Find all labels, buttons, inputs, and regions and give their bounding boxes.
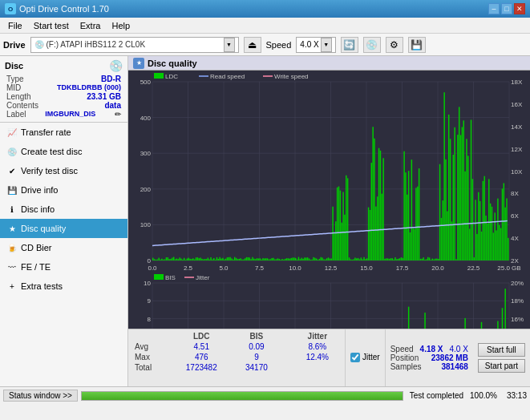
verify-test-disc-icon: ✔ <box>6 165 18 176</box>
nav-disc-quality-label: Disc quality <box>21 224 66 233</box>
max-ldc: 476 <box>170 352 233 362</box>
disc-quality-title: Disc quality <box>148 59 197 68</box>
disc-contents-value: data <box>104 101 121 110</box>
ldc-chart <box>128 71 530 272</box>
nav-verify-test-disc[interactable]: ✔ Verify test disc <box>0 161 127 180</box>
nav-extra-tests-label: Extra tests <box>21 281 63 291</box>
total-bis: 34170 <box>233 362 280 373</box>
nav-create-test-disc-label: Create test disc <box>21 147 82 156</box>
drive-info-icon: 💾 <box>6 184 18 196</box>
charts-area <box>128 71 530 329</box>
samples-row: Samples 381468 <box>390 362 468 371</box>
disc-info-panel: Disc 💿 Type BD-R MID TDKBLDRBB (000) Len… <box>0 56 127 123</box>
action-buttons: Start full Start part <box>473 329 530 386</box>
speed-display-label: Speed <box>390 345 414 353</box>
progress-bar-fill <box>82 392 403 400</box>
drive-select[interactable]: 💿 (F:) ATAPI iHBS112 2 CL0K ▼ <box>30 37 239 53</box>
disc-type-row: Type BD-R <box>5 75 123 83</box>
refresh-button[interactable]: 🔄 <box>341 37 358 53</box>
disc-info-header: Disc 💿 <box>5 59 123 72</box>
position-label: Position <box>390 353 419 362</box>
disc-quality-header: ★ Disc quality <box>128 56 530 71</box>
speed-value: 4.0 X <box>300 40 318 49</box>
main-content: Disc 💿 Type BD-R MID TDKBLDRBB (000) Len… <box>0 56 530 386</box>
title-bar-controls: – □ ✕ <box>488 3 525 14</box>
nav-transfer-rate-label: Transfer rate <box>21 127 71 137</box>
speed-setting-value: 4.0 X <box>450 345 468 353</box>
disc-contents-row: Contents data <box>5 101 123 110</box>
progress-percent: 100.0% <box>470 391 497 400</box>
bis-jitter-chart <box>128 272 530 329</box>
nav-disc-info-label: Disc info <box>21 204 55 214</box>
disc-button[interactable]: 💿 <box>363 37 381 53</box>
disc-disc-icon: 💿 <box>109 59 123 72</box>
disc-mid-label: MID <box>6 83 21 92</box>
nav-fe-te[interactable]: 〰 FE / TE <box>0 257 127 277</box>
eject-button[interactable]: ⏏ <box>244 37 261 53</box>
speed-label: Speed <box>266 40 292 50</box>
disc-quality-panel-icon: ★ <box>133 58 144 69</box>
avg-label: Avg <box>131 341 170 352</box>
disc-length-value: 23.31 GB <box>87 92 121 101</box>
disc-quality-icon: ★ <box>6 223 18 234</box>
speed-select[interactable]: 4.0 X ▼ <box>296 37 335 53</box>
nav-drive-info[interactable]: 💾 Drive info <box>0 180 127 200</box>
sidebar-nav: 📈 Transfer rate 💿 Create test disc ✔ Ver… <box>0 123 127 386</box>
sidebar: Disc 💿 Type BD-R MID TDKBLDRBB (000) Len… <box>0 56 128 386</box>
nav-fe-te-label: FE / TE <box>21 262 51 272</box>
nav-disc-quality[interactable]: ★ Disc quality <box>0 219 127 238</box>
nav-extra-tests[interactable]: + Extra tests <box>0 277 127 296</box>
settings-button[interactable]: ⚙ <box>386 37 403 53</box>
close-button[interactable]: ✕ <box>514 3 525 14</box>
disc-mid-value: TDKBLDRBB (000) <box>57 83 121 92</box>
bis-header: BIS <box>233 331 280 341</box>
speed-dropdown-button[interactable]: ▼ <box>321 38 332 52</box>
max-label: Max <box>131 352 170 362</box>
title-bar-left: O Opti Drive Control 1.70 <box>5 3 109 14</box>
drive-dropdown-button[interactable]: ▼ <box>224 38 235 52</box>
nav-cd-bier-label: CD Bier <box>21 243 52 252</box>
disc-mid-row: MID TDKBLDRBB (000) <box>5 83 123 92</box>
samples-value: 381468 <box>441 362 467 371</box>
avg-jitter: 8.6% <box>293 341 342 352</box>
disc-length-row: Length 23.31 GB <box>5 92 123 101</box>
menu-extra[interactable]: Extra <box>75 19 106 32</box>
save-button[interactable]: 💾 <box>408 37 426 53</box>
disc-section-title: Disc <box>5 61 23 71</box>
menu-file[interactable]: File <box>3 19 27 32</box>
start-part-button[interactable]: Start part <box>478 359 525 373</box>
status-text: Test completed <box>410 391 463 400</box>
disc-info-icon: ℹ <box>6 204 18 215</box>
start-full-button[interactable]: Start full <box>478 343 525 357</box>
position-row: Position 23862 MB <box>390 353 468 362</box>
nav-transfer-rate[interactable]: 📈 Transfer rate <box>0 123 127 142</box>
jitter-label: Jitter <box>362 353 380 361</box>
disc-type-value: BD-R <box>101 75 121 83</box>
nav-disc-info[interactable]: ℹ Disc info <box>0 200 127 219</box>
fe-te-icon: 〰 <box>6 261 18 273</box>
status-window-button[interactable]: Status window >> <box>3 390 78 402</box>
max-bis: 9 <box>233 352 280 362</box>
drive-label: Drive <box>3 40 26 50</box>
minimize-button[interactable]: – <box>488 3 500 14</box>
app-icon: O <box>5 3 16 14</box>
max-jitter: 12.4% <box>293 352 342 362</box>
app-title: Opti Drive Control 1.70 <box>19 4 109 14</box>
jitter-header-cell: Jitter <box>293 331 342 341</box>
maximize-button[interactable]: □ <box>501 3 512 14</box>
menu-help[interactable]: Help <box>107 19 135 32</box>
nav-create-test-disc[interactable]: 💿 Create test disc <box>0 142 127 161</box>
speed-info-section: Speed 4.18 X 4.0 X Position 23862 MB Sam… <box>385 329 473 386</box>
progress-bar-container <box>81 391 403 401</box>
chart2-container <box>128 272 530 329</box>
menu-start-test[interactable]: Start test <box>29 19 74 32</box>
disc-label-label: Label <box>6 110 26 119</box>
nav-cd-bier[interactable]: 🍺 CD Bier <box>0 238 127 257</box>
disc-edit-icon[interactable]: ✏ <box>115 110 121 119</box>
total-label: Total <box>131 362 170 373</box>
jitter-checkbox[interactable] <box>350 353 360 362</box>
stats-table: LDC BIS Jitter Avg 4.51 0.09 8.6% Max <box>128 329 345 386</box>
disc-label-value: IMGBURN_DIS <box>45 110 95 119</box>
disc-label-row: Label IMGBURN_DIS ✏ <box>5 110 123 119</box>
title-bar: O Opti Drive Control 1.70 – □ ✕ <box>0 0 530 18</box>
